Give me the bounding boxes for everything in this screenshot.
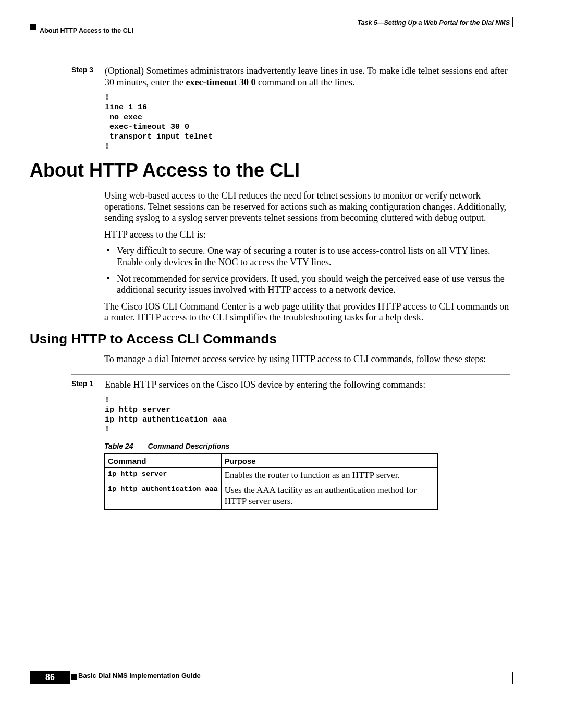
bullet-1: Very difficult to secure. One way of sec…	[104, 245, 510, 268]
th-purpose: Purpose	[221, 454, 437, 468]
heading-2: Using HTTP to Access CLI Commands	[30, 331, 277, 347]
footer-square-marker	[71, 674, 77, 680]
command-table: Command Purpose ip http server Enables t…	[104, 453, 438, 510]
header-square-marker	[30, 24, 36, 30]
footer-title: Basic Dial NMS Implementation Guide	[78, 672, 201, 680]
step-3-label: Step 3	[71, 66, 103, 74]
table-number: Table 24	[104, 442, 133, 450]
step-1-label: Step 1	[71, 379, 103, 388]
section-body-1: Using web-based access to the CLI reduce…	[104, 190, 510, 329]
heading-1: About HTTP Access to the CLI	[30, 159, 300, 181]
running-header-right: Task 5—Setting Up a Web Portal for the D…	[358, 19, 510, 27]
header-tick-right	[512, 17, 513, 27]
step-3: Step 3 (Optional) Sometimes administrato…	[71, 66, 510, 152]
table-header-row: Command Purpose	[105, 454, 438, 468]
step-3-code-block: ! line 1 16 no exec exec-timeout 30 0 tr…	[105, 93, 510, 152]
footer-tick-right	[512, 672, 513, 684]
para-2: HTTP access to the CLI is:	[104, 229, 510, 241]
th-command: Command	[105, 454, 222, 468]
cell-purpose: Uses the AAA facility as an authenticati…	[221, 483, 437, 509]
cell-command: ip http server	[105, 468, 222, 483]
step-1-code-block: ! ip http server ip http authentication …	[105, 396, 510, 435]
section-body-2: To manage a dial Internet access service…	[104, 354, 510, 365]
cell-command: ip http authentication aaa	[105, 483, 222, 509]
step-1-text: Enable HTTP services on the Cisco IOS de…	[105, 379, 425, 390]
table-title: Command Descriptions	[148, 442, 230, 450]
page: Task 5—Setting Up a Web Portal for the D…	[0, 0, 563, 728]
step-separator	[71, 374, 510, 375]
para-1: Using web-based access to the CLI reduce…	[104, 190, 510, 224]
step-3-text-after: command on all the lines.	[255, 77, 354, 88]
step-3-command-inline: exec-timeout 30 0	[186, 77, 255, 88]
table-row: ip http authentication aaa Uses the AAA …	[105, 483, 438, 509]
step-1-body: Enable HTTP services on the Cisco IOS de…	[105, 379, 510, 435]
running-header-left: About HTTP Access to the CLI	[40, 27, 133, 34]
cell-purpose: Enables the router to function as an HTT…	[221, 468, 437, 483]
step-3-body: (Optional) Sometimes administrators inad…	[105, 66, 510, 152]
table-caption: Table 24Command Descriptions	[104, 442, 230, 450]
para-4: To manage a dial Internet access service…	[104, 354, 486, 364]
bullet-2: Not recommended for service providers. I…	[104, 274, 510, 296]
page-number-box: 86	[30, 671, 70, 684]
bullet-list: Very difficult to secure. One way of sec…	[104, 245, 510, 295]
para-3: The Cisco IOS CLI Command Center is a we…	[104, 301, 510, 324]
footer-rule	[70, 670, 511, 670]
table-row: ip http server Enables the router to fun…	[105, 468, 438, 483]
step-1: Step 1 Enable HTTP services on the Cisco…	[71, 379, 510, 435]
